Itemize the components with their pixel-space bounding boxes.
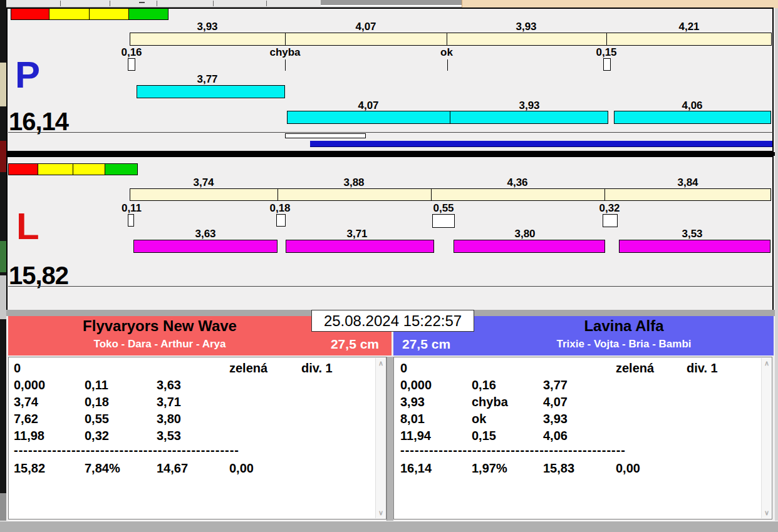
total-time: 15,82 xyxy=(14,461,45,476)
lane-p-letter: P xyxy=(15,56,40,94)
team-left-data-panel[interactable] xyxy=(8,357,386,519)
dog-time-label: 3,71 xyxy=(319,228,395,240)
status-value: zelená xyxy=(229,361,267,376)
exchange-time-label: 0,11 xyxy=(94,202,169,215)
scroll-up-icon[interactable]: ∧ xyxy=(762,359,772,367)
sliver-fragment xyxy=(0,63,6,106)
table-separator: ----------------------------------------… xyxy=(400,443,626,458)
desktop-sliver xyxy=(0,0,6,532)
split-time-label: 3,93 xyxy=(489,21,564,33)
chrome-tick xyxy=(157,1,157,6)
chrome-tick xyxy=(60,1,61,6)
exchange-time-label: 0,32 xyxy=(572,202,647,215)
table-cell: 0,16 xyxy=(472,378,496,392)
exchange-time-label: 0,55 xyxy=(406,202,481,215)
start-light-green xyxy=(128,8,169,20)
start-light-green xyxy=(105,163,138,175)
total-penalty: 0,00 xyxy=(616,461,640,476)
total-percent: 1,97% xyxy=(472,461,507,476)
scrollbar[interactable]: ∧ ∨ xyxy=(375,358,385,518)
table-cell: 0,55 xyxy=(85,412,109,426)
total-net: 14,67 xyxy=(157,461,188,476)
exchange-time-label: 0,18 xyxy=(242,202,318,215)
table-cell: 11,94 xyxy=(400,429,431,443)
dog-run-bar xyxy=(619,240,770,253)
top-chrome-strip xyxy=(6,0,778,8)
dog-run-bar xyxy=(137,85,285,98)
dog-time-label: 3,53 xyxy=(655,228,730,240)
lane-p-baseline xyxy=(8,132,773,133)
lane-l-baseline xyxy=(8,286,773,287)
table-cell: 0,11 xyxy=(85,378,108,392)
table-cell: 4,07 xyxy=(543,395,568,409)
split-time-label: 3,84 xyxy=(650,176,725,189)
exchange-marker-box xyxy=(128,58,135,71)
total-penalty: 0,00 xyxy=(229,461,254,476)
scroll-down-icon[interactable]: ∨ xyxy=(376,509,386,517)
progress-bar xyxy=(310,141,772,147)
rerun-run-bar xyxy=(287,111,608,124)
exchange-time-label: ok xyxy=(409,46,484,59)
split-divider xyxy=(604,188,605,201)
table-cell: 4,06 xyxy=(543,429,568,443)
table-cell: 0,32 xyxy=(85,429,109,443)
minimize-icon[interactable] xyxy=(139,2,145,3)
division-value: div. 1 xyxy=(301,361,333,376)
exchange-time-label: 0,15 xyxy=(569,46,644,59)
split-time-label: 4,07 xyxy=(328,21,403,33)
table-cell: 8,01 xyxy=(400,412,425,426)
lane-l-total: 15,82 xyxy=(9,263,68,288)
table-cell: ok xyxy=(472,412,486,426)
split-divider xyxy=(277,188,278,201)
table-cell: 3,80 xyxy=(157,412,181,426)
split-bar xyxy=(130,33,772,46)
window-frame-right xyxy=(775,8,778,532)
dog-time-label: 3,80 xyxy=(487,228,563,240)
table-cell: 0,000 xyxy=(400,378,432,392)
start-light-red xyxy=(8,163,38,175)
total-time: 16,14 xyxy=(400,461,432,476)
table-cell: 0,18 xyxy=(85,395,109,409)
exchange-marker-box xyxy=(432,214,455,228)
exchange-marker-box xyxy=(128,214,134,227)
dog-run-bar xyxy=(454,240,605,253)
exchange-marker-box xyxy=(603,58,611,71)
table-cell: 3,63 xyxy=(157,378,181,392)
table-cell: 3,71 xyxy=(157,395,181,409)
table-cell: 7,62 xyxy=(14,412,38,426)
window-bottom-strip xyxy=(0,521,778,532)
rerun-run-bar xyxy=(614,111,771,124)
split-time-label: 4,36 xyxy=(480,176,555,189)
penalty-value: 0 xyxy=(14,361,21,376)
table-cell: 11,98 xyxy=(14,429,44,443)
status-value: zelená xyxy=(616,361,654,376)
split-time-label: 3,88 xyxy=(316,176,392,189)
exchange-time-label: chyba xyxy=(247,46,323,59)
team-right-data-panel[interactable] xyxy=(393,357,772,519)
team-left-members: Toko - Dara - Arthur - Arya xyxy=(8,338,311,350)
scroll-down-icon[interactable]: ∨ xyxy=(762,509,772,517)
chrome-titlebar-fragment xyxy=(321,0,462,6)
dog-run-bar xyxy=(133,240,277,253)
split-time-label: 4,21 xyxy=(651,21,727,33)
start-light-yellow xyxy=(89,8,129,20)
team-right-jump-height: 27,5 cm xyxy=(402,337,471,352)
sliver-fragment xyxy=(0,275,6,319)
table-cell: 3,74 xyxy=(14,395,38,409)
total-net: 15,83 xyxy=(543,461,574,476)
exchange-marker-tick xyxy=(285,59,286,71)
scrollbar[interactable]: ∧ ∨ xyxy=(761,358,771,518)
exchange-window-bar xyxy=(285,133,366,138)
lane-p-total: 16,14 xyxy=(9,109,68,134)
data-panel-divider xyxy=(386,357,393,521)
rerun-time-label: 3,93 xyxy=(492,100,567,112)
sliver-fragment xyxy=(0,241,6,272)
total-percent: 7,84% xyxy=(85,461,120,476)
dog-run-bar xyxy=(286,240,434,253)
team-right-name: Lavina Alfa xyxy=(474,317,774,335)
split-divider xyxy=(606,33,607,46)
exchange-marker-box xyxy=(276,214,286,227)
scroll-up-icon[interactable]: ∧ xyxy=(376,359,386,367)
split-time-label: 3,74 xyxy=(166,176,241,189)
datetime-box: 25.08.2024 15:22:57 xyxy=(311,310,474,332)
